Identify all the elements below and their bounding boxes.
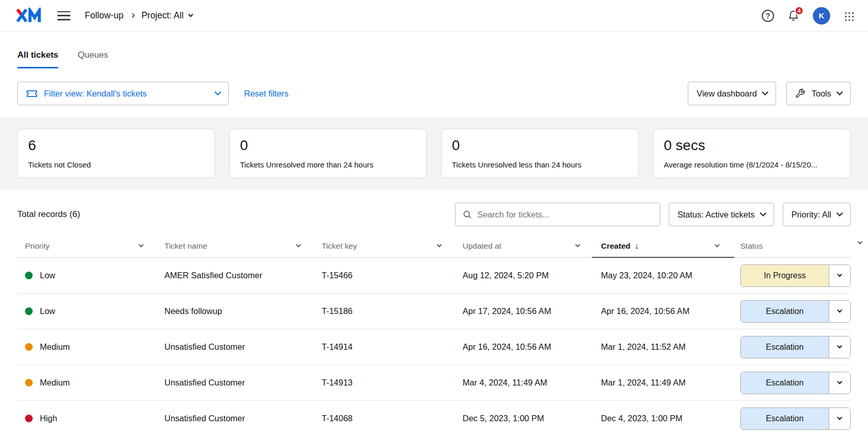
notification-badge: 4 — [794, 6, 804, 15]
priority-label: Medium — [40, 342, 70, 352]
created-at: Mar 1, 2024, 11:52 AM — [601, 342, 740, 352]
stat-label: Tickets not Closed — [28, 160, 204, 169]
chevron-down-icon[interactable] — [296, 242, 301, 247]
status-dropdown[interactable]: Escalation — [740, 407, 851, 430]
table-row[interactable]: Low AMER Satisfied Customer T-15466 Aug … — [17, 258, 851, 294]
priority-dot — [25, 415, 33, 422]
status-dropdown[interactable]: Escalation — [740, 300, 851, 323]
chevron-down-icon[interactable] — [575, 242, 581, 247]
tools-button[interactable]: Tools — [786, 82, 851, 105]
updated-at: Apr 17, 2024, 10:56 AM — [463, 306, 601, 316]
status-filter-dropdown[interactable]: Status: Active tickets — [669, 203, 774, 226]
table-row[interactable]: High Unsatisfied Customer T-14068 Dec 5,… — [17, 401, 851, 434]
status-chevron[interactable] — [829, 301, 850, 322]
help-button[interactable]: ? — [762, 10, 774, 22]
project-dropdown-label: Project: All — [141, 10, 184, 21]
status-chevron[interactable] — [829, 408, 850, 429]
status-dropdown[interactable]: Escalation — [740, 336, 851, 358]
status-dropdown[interactable]: Escalation — [740, 372, 851, 394]
records-bar: Total records (6) Status: Active tickets… — [17, 203, 851, 226]
reset-filters-link[interactable]: Reset filters — [244, 89, 288, 99]
stat-card-avg-resolution: 0 secs Average resolution time (8/1/2024… — [653, 129, 851, 178]
column-menu-chevron[interactable] — [858, 239, 863, 245]
stat-card-unresolved-more-24h: 0 Tickets Unresolved more than 24 hours — [229, 129, 427, 178]
ticket-icon — [26, 89, 38, 98]
wrench-icon — [795, 88, 805, 99]
table-row[interactable]: Low Needs followup T-15186 Apr 17, 2024,… — [17, 294, 851, 329]
chevron-down-icon — [214, 89, 221, 95]
ticket-key: T-15466 — [322, 271, 463, 280]
priority-dot — [25, 307, 33, 315]
sort-descending-icon: ↓ — [635, 242, 639, 251]
hamburger-menu-icon[interactable] — [57, 11, 70, 20]
chevron-down-icon[interactable] — [139, 242, 144, 247]
ticket-name: Unsatisfied Customer — [164, 378, 322, 388]
column-header-created[interactable]: Created ↓ — [601, 234, 740, 257]
filter-view-dropdown[interactable]: Filter view: Kendall's tickets — [17, 82, 229, 105]
tickets-table: Priority Ticket name Ticket key Updated … — [0, 234, 868, 434]
status-dropdown[interactable]: In Progress — [740, 264, 851, 287]
avatar[interactable]: K — [813, 7, 830, 25]
column-label: Updated at — [463, 242, 501, 251]
ticket-key: T-15186 — [322, 306, 463, 316]
ticket-name: Needs followup — [164, 306, 322, 316]
column-label: Ticket key — [322, 242, 357, 251]
tab-queues[interactable]: Queues — [78, 50, 108, 68]
apps-grid-icon[interactable] — [843, 11, 854, 21]
search-input[interactable] — [477, 210, 653, 220]
stat-value: 0 secs — [664, 137, 840, 154]
ticket-key: T-14913 — [322, 378, 463, 388]
chevron-down-icon — [837, 272, 842, 277]
stats-band: 6 Tickets not Closed 0 Tickets Unresolve… — [0, 117, 868, 189]
column-header-priority[interactable]: Priority — [17, 234, 164, 257]
tickets-tabs: All tickets Queues — [17, 50, 851, 68]
status-badge[interactable]: Escalation — [741, 336, 829, 358]
column-header-status[interactable]: Status — [740, 234, 851, 257]
chevron-down-icon — [837, 343, 842, 348]
table-header-row: Priority Ticket name Ticket key Updated … — [17, 234, 851, 258]
chevron-down-icon — [837, 415, 842, 420]
priority-label: Low — [40, 306, 55, 316]
search-icon — [463, 210, 472, 219]
created-at: Apr 16, 2024, 10:56 AM — [601, 306, 740, 316]
status-badge[interactable]: Escalation — [741, 408, 829, 429]
chevron-down-icon — [836, 210, 843, 216]
stat-value: 0 — [240, 137, 416, 154]
column-header-updated-at[interactable]: Updated at — [463, 234, 601, 257]
chevron-down-icon[interactable] — [715, 242, 720, 247]
column-header-ticket-name[interactable]: Ticket name — [164, 234, 322, 257]
breadcrumb-section[interactable]: Follow-up — [85, 10, 124, 21]
table-row[interactable]: Medium Unsatisfied Customer T-14914 Apr … — [17, 329, 851, 365]
column-label: Ticket name — [164, 242, 207, 251]
column-header-ticket-key[interactable]: Ticket key — [322, 234, 463, 257]
table-row[interactable]: Medium Unsatisfied Customer T-14913 Mar … — [17, 365, 851, 401]
project-dropdown[interactable]: Project: All — [141, 10, 192, 21]
ticket-key: T-14914 — [322, 342, 463, 352]
question-icon: ? — [762, 10, 774, 22]
stat-label: Tickets Unresolved less than 24 hours — [452, 160, 628, 169]
updated-at: Aug 12, 2024, 5:20 PM — [463, 271, 601, 280]
chevron-down-icon[interactable] — [437, 242, 442, 247]
notifications-button[interactable]: 4 — [787, 10, 800, 22]
status-chevron[interactable] — [829, 336, 850, 358]
view-dashboard-button[interactable]: View dashboard — [688, 82, 776, 105]
status-badge[interactable]: Escalation — [741, 372, 829, 394]
priority-dot — [25, 379, 33, 387]
chevron-down-icon — [837, 307, 842, 312]
stat-card-unresolved-less-24h: 0 Tickets Unresolved less than 24 hours — [441, 129, 639, 178]
status-chevron[interactable] — [829, 265, 850, 286]
status-chevron[interactable] — [829, 372, 850, 394]
view-dashboard-label: View dashboard — [696, 89, 757, 99]
ticket-name: Unsatisfied Customer — [164, 414, 322, 423]
column-label: Priority — [25, 242, 50, 251]
created-at: Dec 4, 2023, 1:00 PM — [601, 414, 740, 423]
column-label: Created — [601, 242, 631, 251]
column-label: Status — [740, 242, 763, 251]
ticket-name: AMER Satisfied Customer — [164, 271, 322, 280]
status-badge[interactable]: Escalation — [741, 301, 829, 322]
status-badge[interactable]: In Progress — [741, 265, 829, 286]
priority-filter-label: Priority: All — [791, 210, 831, 220]
tab-all-tickets[interactable]: All tickets — [17, 50, 58, 68]
priority-filter-dropdown[interactable]: Priority: All — [783, 203, 851, 226]
ticket-table-rows: Low AMER Satisfied Customer T-15466 Aug … — [17, 258, 851, 434]
